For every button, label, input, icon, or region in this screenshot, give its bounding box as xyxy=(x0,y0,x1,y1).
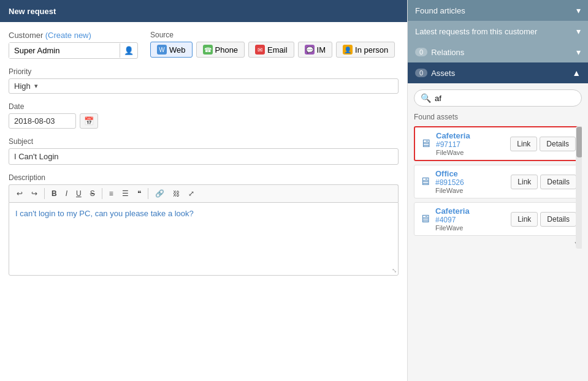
search-icon: 🔍 xyxy=(421,93,431,103)
latest-requests-title: Latest requests from this customer xyxy=(415,27,576,36)
unlink-button[interactable]: ⛓ xyxy=(169,188,183,199)
asset-id: #891526 xyxy=(435,178,506,187)
source-phone-button[interactable]: ☎ Phone xyxy=(196,42,245,58)
asset-search-input[interactable] xyxy=(435,94,575,103)
toolbar-divider-1 xyxy=(44,188,45,199)
date-label: Date xyxy=(9,102,399,111)
asset-actions: Link Details xyxy=(511,212,576,227)
list-item: 🖥 Cafeteria #4097 FileWave Link Details xyxy=(414,202,582,236)
create-new-link[interactable]: (Create new) xyxy=(45,31,91,40)
calendar-button[interactable]: 📅 xyxy=(80,113,98,129)
date-input[interactable] xyxy=(9,113,76,129)
latest-requests-header[interactable]: Latest requests from this customer ▾ xyxy=(408,21,588,42)
relations-title: Relations xyxy=(431,48,576,57)
form-content: Customer (Create new) 👤 Source W Web xyxy=(0,22,407,381)
im-icon: 💬 xyxy=(305,45,315,55)
underline-button[interactable]: U xyxy=(72,187,85,200)
resize-handle-icon[interactable]: ⤡ xyxy=(392,267,397,274)
subject-section: Subject xyxy=(9,137,399,165)
asset-name: Office xyxy=(435,169,506,178)
source-email-button[interactable]: ✉ Email xyxy=(248,42,294,58)
assets-body: 🔍 Found assets 🖥 Cafeteria #97117 FileWa… xyxy=(408,83,588,381)
editor-content: I can't login to my PC, can you please t… xyxy=(15,209,194,218)
asset-details-button[interactable]: Details xyxy=(540,212,576,227)
priority-value: High xyxy=(14,81,31,91)
list-item: 🖥 Cafeteria #97117 FileWave Link Details xyxy=(414,126,582,161)
found-articles-chevron-icon: ▾ xyxy=(576,6,581,15)
asset-type: FileWave xyxy=(435,224,506,232)
editor-toolbar: ↩ ↪ B I U S ≡ ☰ ❝ 🔗 ⛓ ⤢ xyxy=(9,184,399,202)
source-inperson-button[interactable]: 👤 In person xyxy=(336,42,395,58)
scroll-track xyxy=(576,126,582,249)
assets-chevron-icon: ▲ xyxy=(572,68,581,78)
toolbar-divider-3 xyxy=(148,188,148,199)
relations-chevron-icon: ▾ xyxy=(576,47,581,57)
fullscreen-button[interactable]: ⤢ xyxy=(185,187,198,200)
undo-button[interactable]: ↩ xyxy=(13,187,26,200)
assets-header[interactable]: 0 Assets ▲ xyxy=(408,62,588,83)
priority-dropdown[interactable]: High ▾ xyxy=(9,78,399,94)
asset-actions: Link Details xyxy=(511,175,576,189)
asset-computer-icon: 🖥 xyxy=(420,137,431,150)
subject-input[interactable] xyxy=(9,148,399,165)
unordered-list-button[interactable]: ☰ xyxy=(118,187,132,200)
description-label: Description xyxy=(9,173,399,182)
calendar-icon: 📅 xyxy=(84,116,94,126)
editor-area[interactable]: I can't login to my PC, can you please t… xyxy=(9,202,399,276)
web-icon: W xyxy=(157,45,167,55)
date-row: 📅 xyxy=(9,113,399,129)
right-panel: Found articles ▾ Latest requests from th… xyxy=(407,0,588,381)
source-im-label: IM xyxy=(317,45,326,55)
found-articles-header[interactable]: Found articles ▾ xyxy=(408,0,588,21)
list-item: 🖥 Office #891526 FileWave Link Details xyxy=(414,165,582,198)
asset-id: #97117 xyxy=(436,140,505,149)
toolbar-divider-2 xyxy=(102,188,102,199)
asset-link-button[interactable]: Link xyxy=(511,175,538,189)
asset-info: Cafeteria #4097 FileWave xyxy=(435,206,506,232)
source-inperson-label: In person xyxy=(355,45,388,55)
scroll-thumb[interactable] xyxy=(576,127,582,157)
asset-search-box[interactable]: 🔍 xyxy=(414,89,582,107)
asset-name: Cafeteria xyxy=(436,131,505,140)
asset-details-button[interactable]: Details xyxy=(540,137,576,151)
customer-input[interactable] xyxy=(9,43,120,58)
form-header: New request xyxy=(0,0,407,22)
asset-link-button[interactable]: Link xyxy=(511,212,538,227)
customer-label: Customer (Create new) xyxy=(9,31,138,40)
redo-button[interactable]: ↪ xyxy=(28,187,41,200)
relations-header[interactable]: 0 Relations ▾ xyxy=(408,42,588,62)
blockquote-button[interactable]: ❝ xyxy=(134,187,145,200)
link-button[interactable]: 🔗 xyxy=(151,187,168,200)
asset-details-button[interactable]: Details xyxy=(540,175,576,189)
priority-label: Priority xyxy=(9,67,399,76)
asset-info: Office #891526 FileWave xyxy=(435,169,506,194)
source-im-button[interactable]: 💬 IM xyxy=(298,42,332,58)
source-buttons: W Web ☎ Phone ✉ Email 💬 xyxy=(150,42,395,58)
inperson-icon: 👤 xyxy=(343,45,353,55)
source-label: Source xyxy=(150,31,395,39)
source-phone-label: Phone xyxy=(215,45,239,55)
source-web-label: Web xyxy=(169,45,186,55)
strikethrough-button[interactable]: S xyxy=(86,187,99,200)
left-panel: New request Customer (Create new) 👤 Sour… xyxy=(0,0,407,381)
priority-chevron-icon: ▾ xyxy=(34,82,38,90)
description-section: Description ↩ ↪ B I U S ≡ ☰ ❝ 🔗 ⛓ ⤢ xyxy=(9,173,399,276)
bold-button[interactable]: B xyxy=(48,187,61,200)
found-assets-label: Found assets xyxy=(414,113,582,121)
asset-computer-icon: 🖥 xyxy=(419,213,430,225)
source-web-button[interactable]: W Web xyxy=(150,42,193,58)
ordered-list-button[interactable]: ≡ xyxy=(105,187,117,200)
customer-section: Customer (Create new) 👤 xyxy=(9,31,138,59)
latest-requests-chevron-icon: ▾ xyxy=(576,26,581,36)
customer-input-wrapper: 👤 xyxy=(9,42,138,59)
asset-list: 🖥 Cafeteria #97117 FileWave Link Details xyxy=(414,126,582,375)
main-layout: New request Customer (Create new) 👤 Sour… xyxy=(0,0,588,381)
asset-link-button[interactable]: Link xyxy=(510,137,537,151)
customer-icon[interactable]: 👤 xyxy=(120,43,137,58)
scroll-down-area: ▼ xyxy=(414,240,582,248)
italic-button[interactable]: I xyxy=(62,187,71,200)
found-articles-title: Found articles xyxy=(415,6,576,15)
assets-title: Assets xyxy=(431,69,572,78)
email-icon: ✉ xyxy=(255,45,265,55)
assets-count: 0 xyxy=(415,69,427,77)
